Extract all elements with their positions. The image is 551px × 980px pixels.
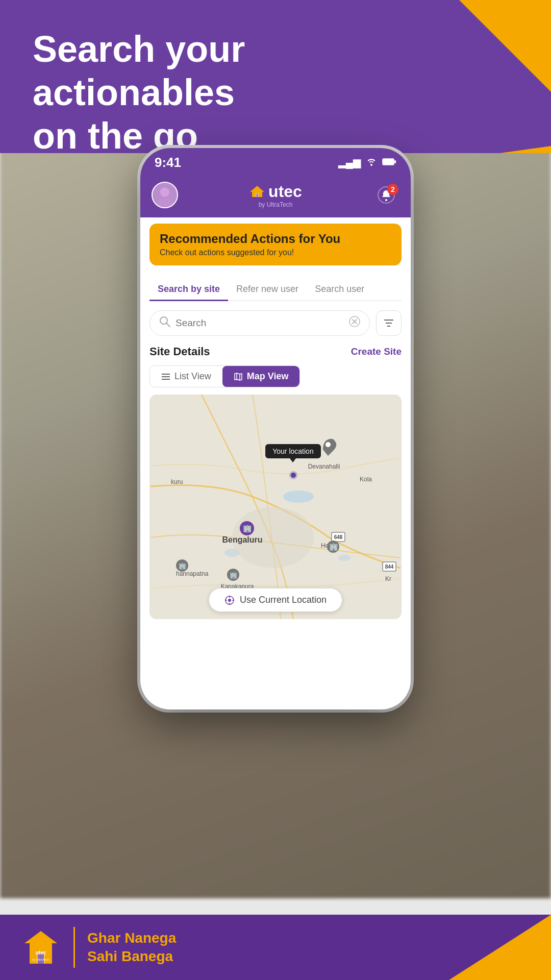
banner-headline: Search your actionables on the go xyxy=(33,28,390,153)
map-icon xyxy=(234,372,243,381)
use-current-location-button[interactable]: Use Current Location xyxy=(209,588,342,612)
search-clear-icon[interactable] xyxy=(349,316,360,330)
avatar[interactable] xyxy=(152,182,178,208)
status-time: 9:41 xyxy=(155,155,181,170)
svg-point-49 xyxy=(291,473,296,478)
bottom-divider xyxy=(73,927,75,968)
svg-text:by UltraTech: by UltraTech xyxy=(32,958,49,961)
list-icon xyxy=(161,372,170,381)
signal-icon: ▂▄▆ xyxy=(338,156,361,168)
phone-frame: 9:41 ▂▄▆ xyxy=(140,148,411,709)
notification-button[interactable]: 2 xyxy=(373,182,399,208)
status-bar: 9:41 ▂▄▆ xyxy=(140,148,411,177)
svg-text:utec: utec xyxy=(36,950,46,955)
logo-subtext: by UltraTech xyxy=(259,201,293,208)
list-view-label: List View xyxy=(174,371,211,382)
search-row xyxy=(149,310,402,336)
svg-rect-0 xyxy=(383,159,394,165)
status-icons: ▂▄▆ xyxy=(338,156,396,168)
map-view-label: Map View xyxy=(247,371,289,382)
svg-text:🏢: 🏢 xyxy=(230,571,237,579)
recommended-subtitle: Check out actions suggested for you! xyxy=(160,248,391,257)
bottom-tagline: Ghar Nanega Sahi Banega xyxy=(87,929,176,966)
tabs-row: Search by site Refer new user Search use… xyxy=(149,279,402,301)
svg-text:Kr: Kr xyxy=(385,575,391,582)
svg-text:648: 648 xyxy=(334,534,343,540)
list-view-button[interactable]: List View xyxy=(150,366,222,387)
svg-text:🏢: 🏢 xyxy=(243,524,252,533)
recommended-banner[interactable]: Recommended Actions for You Check out ac… xyxy=(149,224,402,265)
svg-rect-1 xyxy=(394,160,396,163)
logo-house-icon xyxy=(249,185,265,198)
filter-button[interactable] xyxy=(376,310,402,336)
tab-search-by-site[interactable]: Search by site xyxy=(149,279,228,301)
tagline-line1: Ghar Nanega xyxy=(87,929,176,947)
notification-badge: 2 xyxy=(387,184,398,195)
tab-search-user[interactable]: Search user xyxy=(307,279,372,301)
search-icon xyxy=(159,316,170,330)
view-toggle: List View Map View xyxy=(149,365,300,387)
svg-rect-6 xyxy=(256,193,259,197)
battery-icon xyxy=(382,157,396,168)
svg-point-25 xyxy=(338,555,350,561)
use-location-label: Use Current Location xyxy=(240,595,327,605)
svg-text:🏢: 🏢 xyxy=(329,543,338,551)
svg-text:🏢: 🏢 xyxy=(179,562,186,570)
svg-line-10 xyxy=(166,323,170,327)
svg-point-23 xyxy=(283,491,314,503)
svg-text:Devanahalli: Devanahalli xyxy=(308,463,340,470)
tab-refer-new-user[interactable]: Refer new user xyxy=(228,279,307,301)
gold-corner-decoration xyxy=(459,0,551,92)
tagline-line2: Sahi Banega xyxy=(87,947,176,966)
phone-content: Search by site Refer new user Search use… xyxy=(140,272,411,619)
search-box xyxy=(149,310,370,336)
recommended-title: Recommended Actions for You xyxy=(160,232,391,246)
map-svg: Bengaluru Devanahalli kuru Kola Hosur ha… xyxy=(149,395,402,619)
bottom-logo-icon: utec by UltraTech xyxy=(20,929,61,966)
app-logo: utec by UltraTech xyxy=(249,182,302,208)
bottom-bar: utec by UltraTech Ghar Nanega Sahi Baneg… xyxy=(0,915,551,980)
svg-point-51 xyxy=(228,599,231,602)
create-site-link[interactable]: Create Site xyxy=(351,346,402,357)
svg-point-8 xyxy=(385,199,387,201)
map-view-button[interactable]: Map View xyxy=(222,366,300,387)
search-input[interactable] xyxy=(176,317,344,329)
app-header: utec by UltraTech 2 xyxy=(140,177,411,217)
svg-text:Bengaluru: Bengaluru xyxy=(222,535,262,544)
site-details-row: Site Details Create Site xyxy=(149,345,402,358)
logo-text: utec xyxy=(268,182,302,201)
your-location-tooltip: Your location xyxy=(265,444,320,458)
svg-text:kuru: kuru xyxy=(171,478,183,485)
svg-point-39 xyxy=(325,442,331,447)
svg-point-3 xyxy=(160,187,169,197)
location-icon xyxy=(224,595,235,605)
gold-corner-bottom xyxy=(449,915,551,980)
wifi-icon xyxy=(366,157,377,168)
site-details-title: Site Details xyxy=(149,345,210,358)
svg-text:844: 844 xyxy=(385,564,394,570)
svg-text:Kola: Kola xyxy=(360,476,372,483)
top-banner: Search your actionables on the go xyxy=(0,0,551,153)
map-area[interactable]: Bengaluru Devanahalli kuru Kola Hosur ha… xyxy=(149,395,402,619)
